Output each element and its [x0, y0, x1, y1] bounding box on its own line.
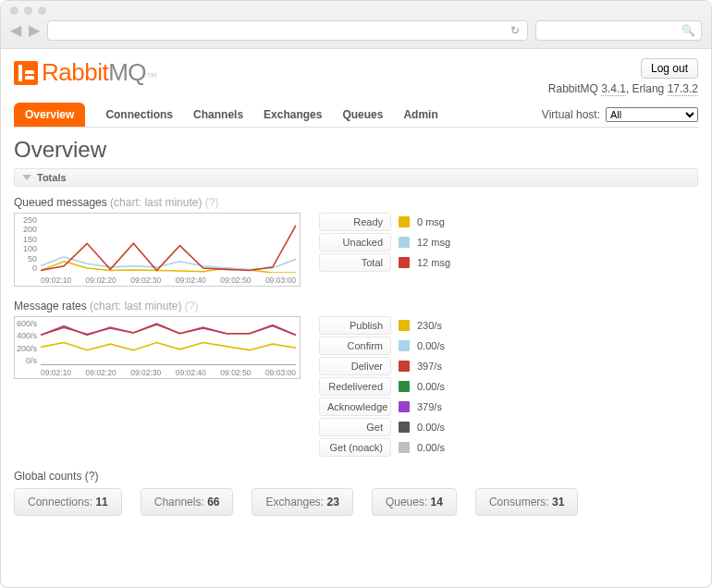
legend-value: 12 msg [417, 237, 450, 248]
legend-label: Unacked [319, 233, 391, 251]
legend-swatch [399, 320, 410, 331]
tab-channels[interactable]: Channels [193, 103, 243, 127]
legend-item: Get0.00/s [319, 418, 445, 436]
legend-item: Ready0 msg [319, 213, 450, 231]
tab-exchanges[interactable]: Exchanges [264, 103, 322, 127]
legend-label: Ready [319, 213, 391, 231]
legend-item: Unacked12 msg [319, 233, 450, 251]
vhost-label: Virtual host: [542, 108, 600, 121]
legend-label: Redelivered [319, 377, 391, 396]
legend-swatch [399, 340, 410, 351]
legend-swatch [399, 442, 410, 453]
tab-overview[interactable]: Overview [14, 103, 85, 127]
global-count-pill[interactable]: Consumers: 31 [475, 488, 578, 516]
forward-icon[interactable]: ▶ [29, 23, 40, 38]
rabbitmq-logo-icon [14, 61, 38, 85]
legend-label: Get [319, 418, 391, 436]
legend-swatch [399, 237, 410, 248]
legend-label: Total [319, 253, 391, 272]
legend-swatch [399, 361, 410, 372]
global-counts-header: Global counts (?) [14, 470, 698, 483]
queued-header: Queued messages (chart: last minute) (?) [14, 196, 698, 209]
tab-queues[interactable]: Queues [342, 103, 383, 127]
legend-item: Get (noack)0.00/s [319, 438, 445, 457]
queued-chart: 250200150100500 09:02:1009:02:2009:02:30… [14, 213, 301, 287]
page-title: Overview [14, 137, 698, 163]
legend-item: Publish230/s [319, 316, 445, 335]
legend-item: Deliver397/s [319, 357, 445, 375]
rates-header: Message rates (chart: last minute) (?) [14, 300, 698, 312]
legend-item: Redelivered0.00/s [319, 377, 445, 396]
logout-button[interactable]: Log out [641, 58, 698, 79]
browser-search[interactable]: 🔍 [535, 20, 702, 41]
help-icon[interactable]: (?) [85, 470, 99, 483]
traffic-light-close[interactable] [10, 6, 18, 15]
global-count-pill[interactable]: Channels: 66 [141, 488, 234, 516]
legend-value: 379/s [417, 401, 442, 412]
traffic-light-max[interactable] [38, 6, 46, 15]
caret-down-icon [22, 175, 31, 180]
legend-value: 0 msg [417, 216, 445, 227]
legend-value: 0.00/s [417, 381, 445, 392]
url-bar[interactable]: ↻ [47, 20, 528, 41]
legend-item: Total12 msg [319, 253, 450, 272]
legend-label: Get (noack) [319, 438, 391, 457]
search-icon: 🔍 [681, 24, 695, 37]
legend-item: Acknowledge379/s [319, 398, 445, 416]
legend-value: 397/s [417, 361, 442, 372]
legend-swatch [399, 381, 410, 392]
queued-legend: Ready0 msgUnacked12 msgTotal12 msg [319, 213, 450, 287]
legend-swatch [399, 257, 410, 268]
legend-value: 0.00/s [417, 442, 445, 453]
global-count-pill[interactable]: Queues: 14 [372, 488, 457, 516]
legend-label: Confirm [319, 337, 391, 355]
global-count-pill[interactable]: Connections: 11 [14, 488, 122, 516]
nav-tabs: Overview Connections Channels Exchanges … [14, 103, 438, 127]
traffic-light-min[interactable] [24, 6, 32, 15]
version-info: RabbitMQ 3.4.1, Erlang 17.3.2 [548, 82, 698, 95]
legend-value: 230/s [417, 320, 442, 331]
legend-value: 0.00/s [417, 422, 445, 433]
legend-swatch [399, 216, 410, 227]
logo-text: RabbitMQ™ [42, 58, 157, 87]
legend-label: Acknowledge [319, 398, 391, 416]
help-icon[interactable]: (?) [202, 196, 218, 209]
tab-admin[interactable]: Admin [403, 103, 437, 127]
legend-item: Confirm0.00/s [319, 337, 445, 355]
legend-swatch [399, 422, 410, 433]
legend-value: 0.00/s [417, 340, 445, 351]
legend-label: Publish [319, 316, 391, 335]
vhost-select[interactable]: All [606, 107, 698, 122]
global-count-pill[interactable]: Exchanges: 23 [252, 488, 352, 516]
refresh-icon[interactable]: ↻ [510, 24, 520, 37]
rates-chart: 600/s400/s200/s0/s 09:02:1009:02:2009:02… [14, 316, 301, 379]
rates-legend: Publish230/sConfirm0.00/sDeliver397/sRed… [319, 316, 445, 457]
logo[interactable]: RabbitMQ™ [14, 58, 157, 87]
back-icon[interactable]: ◀ [10, 23, 21, 38]
tab-connections[interactable]: Connections [105, 103, 173, 127]
section-totals[interactable]: Totals [14, 168, 698, 187]
legend-value: 12 msg [417, 257, 450, 268]
global-counts: Connections: 11Channels: 66Exchanges: 23… [14, 488, 698, 516]
browser-chrome: ◀ ▶ ↻ 🔍 [1, 1, 711, 49]
legend-swatch [399, 401, 410, 412]
help-icon[interactable]: (?) [181, 300, 198, 312]
legend-label: Deliver [319, 357, 391, 375]
